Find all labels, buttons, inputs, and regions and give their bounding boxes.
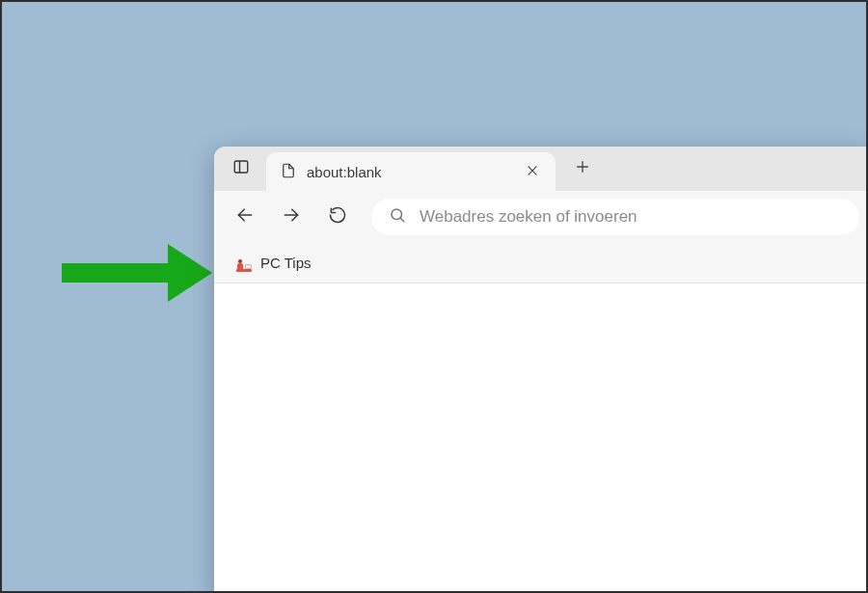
bookmark-pc-tips[interactable]: PC Tips bbox=[226, 249, 321, 278]
reload-icon bbox=[328, 205, 347, 229]
reload-button[interactable] bbox=[316, 196, 359, 238]
annotation-arrow bbox=[62, 244, 216, 302]
arrow-left-icon bbox=[235, 205, 255, 229]
svg-rect-0 bbox=[234, 161, 248, 173]
search-icon bbox=[389, 206, 406, 229]
tab-close-button[interactable] bbox=[519, 158, 546, 185]
bookmark-label: PC Tips bbox=[260, 255, 312, 271]
arrow-shaft bbox=[62, 263, 168, 283]
close-icon bbox=[526, 164, 539, 180]
navigation-toolbar: Webadres zoeken of invoeren bbox=[214, 191, 868, 243]
tab-strip: about:blank bbox=[214, 147, 868, 191]
address-bar-placeholder: Webadres zoeken of invoeren bbox=[420, 207, 637, 227]
arrow-head-icon bbox=[168, 244, 212, 302]
new-tab-button[interactable] bbox=[563, 149, 602, 188]
pctips-icon bbox=[235, 255, 253, 272]
arrow-right-icon bbox=[282, 205, 301, 229]
tab-actions-icon bbox=[232, 158, 250, 179]
browser-window: about:blank bbox=[214, 147, 868, 593]
forward-button[interactable] bbox=[270, 196, 312, 238]
back-button[interactable] bbox=[224, 196, 266, 238]
bookmarks-bar: PC Tips bbox=[214, 243, 868, 283]
browser-tab[interactable]: about:blank bbox=[266, 152, 556, 191]
address-bar[interactable]: Webadres zoeken of invoeren bbox=[370, 198, 860, 236]
page-favicon-icon bbox=[280, 162, 297, 182]
page-content bbox=[214, 283, 868, 593]
svg-line-9 bbox=[400, 218, 404, 222]
tab-title: about:blank bbox=[307, 164, 509, 180]
plus-icon bbox=[575, 159, 590, 178]
tab-actions-button[interactable] bbox=[222, 149, 260, 188]
